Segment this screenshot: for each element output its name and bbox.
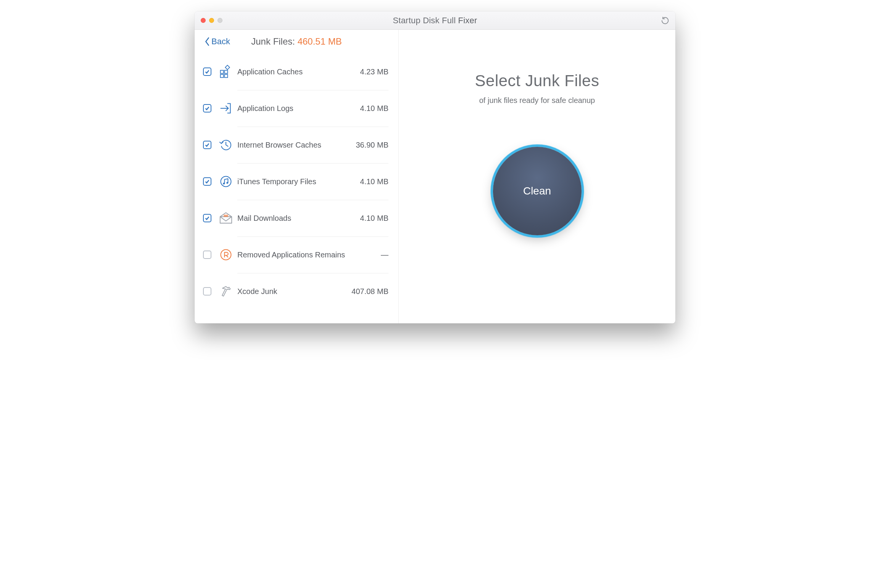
category-label: Xcode Junk (237, 287, 351, 296)
minimize-window-button[interactable] (209, 18, 214, 23)
category-size: 4.23 MB (360, 67, 388, 76)
chevron-left-icon (205, 37, 210, 46)
main-headline: Select Junk Files (475, 72, 599, 90)
svg-point-12 (221, 250, 231, 260)
back-label: Back (211, 37, 230, 47)
junk-summary-label: Junk Files: (251, 36, 297, 47)
app-name-bold: Fixer (458, 16, 477, 25)
svg-rect-4 (225, 65, 229, 69)
svg-rect-2 (221, 74, 224, 77)
svg-rect-0 (221, 70, 224, 73)
window-controls (195, 18, 222, 23)
category-checkbox[interactable] (203, 177, 211, 186)
main-panel: Select Junk Files of junk files ready fo… (399, 30, 675, 323)
main-subtext: of junk files ready for safe cleanup (479, 96, 595, 105)
category-row-removed-apps[interactable]: Removed Applications Remains — (195, 236, 398, 273)
close-window-button[interactable] (201, 18, 206, 23)
category-size: 36.90 MB (356, 141, 388, 149)
svg-point-8 (226, 182, 228, 184)
category-size: 407.08 MB (351, 287, 388, 296)
category-row-itunes-temp[interactable]: iTunes Temporary Files 4.10 MB (195, 163, 398, 200)
music-note-icon (218, 174, 234, 189)
category-row-mail-downloads[interactable]: Mail Downloads 4.10 MB (195, 200, 398, 236)
mail-icon (218, 210, 234, 226)
category-label: Internet Browser Caches (237, 141, 356, 149)
category-row-application-logs[interactable]: Application Logs 4.10 MB (195, 90, 398, 127)
category-label: Application Logs (237, 104, 360, 113)
hammer-icon (218, 284, 234, 299)
back-button[interactable]: Back (205, 37, 230, 47)
import-arrow-icon (218, 101, 234, 116)
svg-point-7 (223, 183, 225, 185)
category-row-application-caches[interactable]: Application Caches 4.23 MB (195, 53, 398, 90)
category-checkbox[interactable] (203, 251, 211, 259)
sidebar: Back Junk Files: 460.51 MB (195, 30, 399, 323)
category-row-xcode-junk[interactable]: Xcode Junk 407.08 MB (195, 273, 398, 310)
svg-rect-3 (224, 74, 227, 77)
sidebar-header: Back Junk Files: 460.51 MB (195, 37, 398, 53)
titlebar: Startup Disk Full Fixer (195, 11, 675, 30)
app-window: Startup Disk Full Fixer Back Junk Files:… (195, 11, 675, 323)
category-size: 4.10 MB (360, 177, 388, 186)
window-body: Back Junk Files: 460.51 MB (195, 30, 675, 323)
category-checkbox[interactable] (203, 67, 211, 76)
category-row-browser-caches[interactable]: Internet Browser Caches 36.90 MB (195, 127, 398, 163)
refresh-button[interactable] (660, 16, 670, 26)
clean-button-label: Clean (523, 185, 551, 197)
category-checkbox[interactable] (203, 104, 211, 112)
category-label: Removed Applications Remains (237, 251, 381, 259)
svg-rect-1 (224, 70, 227, 73)
category-list: Application Caches 4.23 MB (195, 53, 398, 310)
category-size: 4.10 MB (360, 214, 388, 223)
clean-button[interactable]: Clean (493, 147, 582, 235)
window-title: Startup Disk Full Fixer (195, 16, 675, 26)
category-checkbox[interactable] (203, 287, 211, 296)
history-icon (218, 137, 234, 153)
category-size: — (381, 251, 388, 259)
zoom-window-button[interactable] (218, 18, 222, 23)
category-checkbox[interactable] (203, 214, 211, 222)
grid-icon (218, 64, 234, 79)
category-label: iTunes Temporary Files (237, 177, 360, 186)
category-checkbox[interactable] (203, 141, 211, 149)
junk-summary-amount: 460.51 MB (298, 36, 342, 47)
category-label: Mail Downloads (237, 214, 360, 223)
category-size: 4.10 MB (360, 104, 388, 113)
removed-app-icon (218, 247, 234, 262)
svg-point-6 (221, 177, 231, 187)
refresh-icon (661, 16, 669, 25)
app-name-light: Startup Disk Full (393, 16, 458, 25)
category-label: Application Caches (237, 67, 360, 76)
